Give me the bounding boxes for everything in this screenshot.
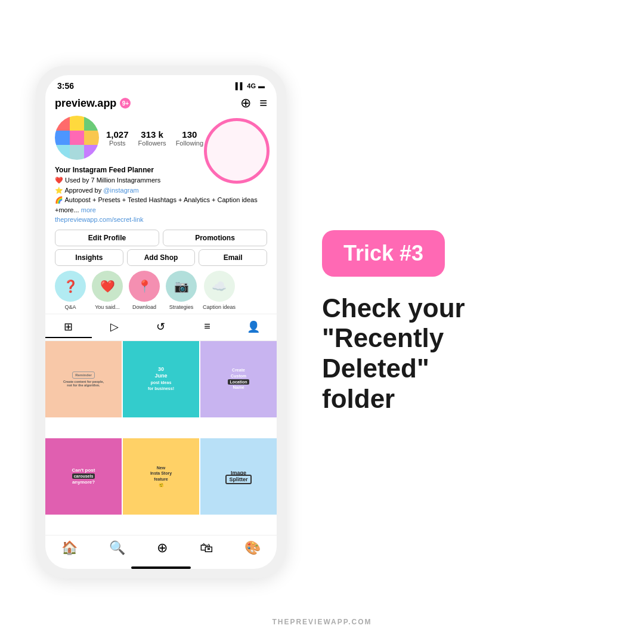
tab-reels[interactable]: ▷ xyxy=(92,317,138,338)
add-shop-button[interactable]: Add Shop xyxy=(127,249,196,266)
highlight-yousaid-label: You said... xyxy=(95,304,120,310)
highlights: ❓ Q&A ❤️ You said... 📍 Download 📷 Strate… xyxy=(45,271,277,314)
avatar xyxy=(55,116,99,160)
action-buttons-row1: Edit Profile Promotions xyxy=(55,230,267,246)
bio-line-3: 🌈 Autopost + Presets + Tested Hashtags +… xyxy=(55,195,267,215)
page-container: 3:56 ▌▌ 4G ▬ preview.app 9+ ⊕ ≡ xyxy=(0,0,644,644)
post-text-2: 30Junepost ideasfor business! xyxy=(123,341,199,417)
post-cell-5[interactable]: NewInsta Storyfeature🤨 xyxy=(123,438,199,515)
post-cell-2[interactable]: 30Junepost ideasfor business! xyxy=(123,341,199,417)
content-tabs: ⊞ ▷ ↺ ≡ 👤 xyxy=(45,314,277,341)
tab-refresh[interactable]: ↺ xyxy=(138,317,184,338)
stat-following: 130 Following xyxy=(176,129,203,147)
status-bar: 3:56 ▌▌ 4G ▬ xyxy=(45,75,277,93)
stat-followers: 313 k Followers xyxy=(138,129,166,147)
followers-count: 313 k xyxy=(138,129,166,140)
bio-more-link[interactable]: more xyxy=(81,206,96,213)
highlight-yousaid-circle: ❤️ xyxy=(92,271,123,302)
nav-shop-icon[interactable]: 🛍 xyxy=(200,540,213,556)
post-text-1: Reminder Create content for people,not f… xyxy=(45,341,122,417)
highlight-qa-label: Q&A xyxy=(64,304,76,310)
post-text-6: ImageSplitter xyxy=(200,438,277,515)
profile-header: preview.app 9+ ⊕ ≡ xyxy=(45,93,277,116)
promotions-button[interactable]: Promotions xyxy=(163,230,267,246)
bio-instagram-link[interactable]: @instagram xyxy=(103,187,138,194)
menu-icon[interactable]: ≡ xyxy=(259,95,267,111)
phone-screen: 3:56 ▌▌ 4G ▬ preview.app 9+ ⊕ ≡ xyxy=(45,75,277,569)
bio-name: Your Instagram Feed Planner xyxy=(55,165,267,175)
highlight-strategies-label: Strategies xyxy=(169,304,194,310)
right-content: Trick #3 Check your"RecentlyDeleted"fold… xyxy=(286,230,608,414)
post-text-5: NewInsta Storyfeature🤨 xyxy=(123,438,199,515)
bio-line-2: ⭐ Approved by @instagram xyxy=(55,185,267,196)
nav-home-icon[interactable]: 🏠 xyxy=(61,540,78,556)
stat-posts: 1,027 Posts xyxy=(106,129,129,147)
post-cell-4[interactable]: Can't postcarouselsanymore? xyxy=(45,438,122,515)
header-icons: ⊕ ≡ xyxy=(240,95,267,111)
highlight-strategies[interactable]: 📷 Strategies xyxy=(166,271,197,310)
bio-line-1: ❤️ Used by 7 Million Instagrammers xyxy=(55,175,267,185)
highlight-caption-circle: ☁️ xyxy=(204,271,235,302)
following-count: 130 xyxy=(176,129,203,140)
battery-icon: ▬ xyxy=(258,82,265,89)
footer-text: THEPREVIEWAPP.COM xyxy=(272,618,371,626)
bottom-nav: 🏠 🔍 ⊕ 🛍 🎨 xyxy=(45,535,277,564)
tab-tagged[interactable]: 👤 xyxy=(230,317,277,338)
posts-label: Posts xyxy=(106,140,129,147)
highlight-download-circle: 📍 xyxy=(129,271,160,302)
edit-profile-button[interactable]: Edit Profile xyxy=(55,230,159,246)
notification-badge[interactable]: 9+ xyxy=(120,98,131,109)
highlight-qa-circle: ❓ xyxy=(55,271,86,302)
highlight-download[interactable]: 📍 Download xyxy=(129,271,160,310)
nav-search-icon[interactable]: 🔍 xyxy=(109,540,125,556)
highlight-caption[interactable]: ☁️ Caption ideas xyxy=(203,271,236,310)
nav-profile-icon[interactable]: 🎨 xyxy=(244,540,261,556)
network-label: 4G xyxy=(247,82,256,89)
nav-add-icon[interactable]: ⊕ xyxy=(157,540,168,556)
home-indicator xyxy=(131,566,191,569)
post-text-4: Can't postcarouselsanymore? xyxy=(45,438,122,515)
highlight-download-label: Download xyxy=(132,304,156,310)
trick-description: Check your"RecentlyDeleted"folder xyxy=(322,293,608,414)
phone-mockup: 3:56 ▌▌ 4G ▬ preview.app 9+ ⊕ ≡ xyxy=(36,66,286,578)
action-buttons: Edit Profile Promotions Insights Add Sho… xyxy=(45,230,277,271)
insights-button[interactable]: Insights xyxy=(55,249,123,266)
username-text: preview.app xyxy=(55,97,116,110)
stats-row: 1,027 Posts 313 k Followers 130 Followin… xyxy=(106,129,203,147)
tab-grid[interactable]: ⊞ xyxy=(45,317,92,338)
action-buttons-row2: Insights Add Shop Email xyxy=(55,249,267,266)
profile-username: preview.app 9+ xyxy=(55,97,131,110)
trick-badge: Trick #3 xyxy=(322,230,445,277)
status-icons: ▌▌ 4G ▬ xyxy=(236,82,265,89)
post-text-3: CreateCustomLocationName xyxy=(200,341,277,417)
post-cell-6[interactable]: ImageSplitter xyxy=(200,438,277,515)
highlight-strategies-circle: 📷 xyxy=(166,271,197,302)
avatar-mosaic xyxy=(55,116,99,160)
trick-line-1: Check your"RecentlyDeleted"folder xyxy=(322,293,465,413)
signal-icon: ▌▌ xyxy=(236,82,245,89)
post-cell-3[interactable]: CreateCustomLocationName xyxy=(200,341,277,417)
profile-info-row: 1,027 Posts 313 k Followers 130 Followin… xyxy=(45,116,277,165)
highlight-yousaid[interactable]: ❤️ You said... xyxy=(92,271,123,310)
following-label: Following xyxy=(176,140,203,147)
followers-label: Followers xyxy=(138,140,166,147)
posts-grid: Reminder Create content for people,not f… xyxy=(45,341,277,535)
highlight-qa[interactable]: ❓ Q&A xyxy=(55,271,86,310)
email-button[interactable]: Email xyxy=(199,249,267,266)
status-time: 3:56 xyxy=(57,81,74,91)
post-cell-1[interactable]: Reminder Create content for people,not f… xyxy=(45,341,122,417)
bio: Your Instagram Feed Planner ❤️ Used by 7… xyxy=(45,165,277,230)
add-post-icon[interactable]: ⊕ xyxy=(240,95,251,111)
highlight-caption-label: Caption ideas xyxy=(203,304,236,310)
tab-igtv[interactable]: ≡ xyxy=(184,317,231,338)
bio-url[interactable]: thepreviewapp.com/secret-link xyxy=(55,216,144,223)
posts-count: 1,027 xyxy=(106,129,129,140)
